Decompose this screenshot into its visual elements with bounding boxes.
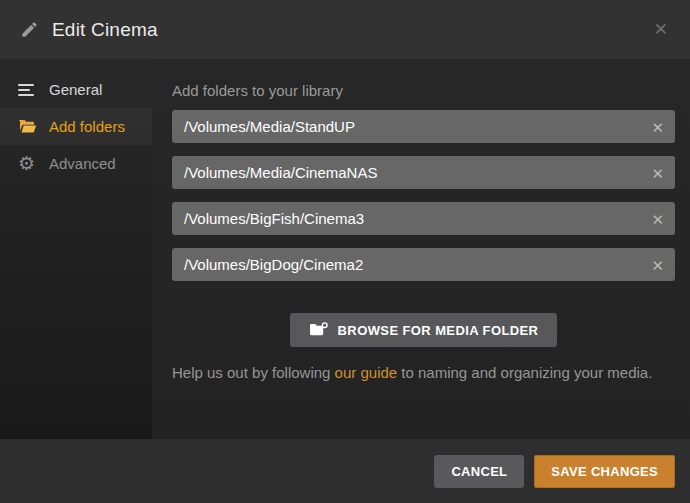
folder-path-input[interactable] — [172, 156, 675, 189]
sidebar-item-label: General — [49, 81, 102, 98]
browse-button-row: BROWSE FOR MEDIA FOLDER — [172, 313, 675, 347]
sidebar-item-general[interactable]: General — [0, 71, 152, 108]
folder-open-icon — [18, 119, 40, 134]
remove-folder-icon[interactable]: ✕ — [651, 165, 664, 180]
folder-row: ✕ — [172, 156, 675, 189]
section-label: Add folders to your library — [172, 82, 675, 99]
folder-path-input[interactable] — [172, 248, 675, 281]
remove-folder-icon[interactable]: ✕ — [651, 119, 664, 134]
sidebar-item-add-folders[interactable]: Add folders — [0, 108, 152, 145]
dialog-header: Edit Cinema ✕ — [0, 0, 690, 59]
folder-list: ✕ ✕ ✕ ✕ — [172, 110, 675, 281]
remove-folder-icon[interactable]: ✕ — [651, 211, 664, 226]
save-changes-button[interactable]: SAVE CHANGES — [534, 455, 675, 488]
our-guide-link[interactable]: our guide — [335, 364, 398, 381]
add-folders-panel: Add folders to your library ✕ ✕ — [152, 59, 690, 439]
dialog-title: Edit Cinema — [52, 19, 654, 41]
folder-row: ✕ — [172, 202, 675, 235]
folder-row: ✕ — [172, 248, 675, 281]
list-icon — [18, 84, 40, 96]
edit-library-dialog: Edit Cinema ✕ General Add folders — [0, 0, 690, 503]
dialog-footer: CANCEL SAVE CHANGES — [0, 439, 690, 503]
sidebar-item-label: Advanced — [49, 155, 116, 172]
folder-row: ✕ — [172, 110, 675, 143]
edit-pencil-icon — [20, 20, 39, 39]
dialog-body: General Add folders ⚙ Advanced Ad — [0, 59, 690, 439]
settings-sidebar: General Add folders ⚙ Advanced — [0, 59, 152, 439]
remove-folder-icon[interactable]: ✕ — [651, 257, 664, 272]
folder-plus-icon — [309, 322, 328, 338]
folder-path-input[interactable] — [172, 202, 675, 235]
folder-path-input[interactable] — [172, 110, 675, 143]
sidebar-item-advanced[interactable]: ⚙ Advanced — [0, 145, 152, 182]
help-text: Help us out by following our guide to na… — [172, 364, 675, 381]
gear-icon: ⚙ — [18, 154, 40, 173]
browse-button-label: BROWSE FOR MEDIA FOLDER — [338, 323, 539, 338]
sidebar-item-label: Add folders — [49, 118, 125, 135]
browse-for-media-folder-button[interactable]: BROWSE FOR MEDIA FOLDER — [290, 313, 558, 347]
close-icon[interactable]: ✕ — [654, 21, 668, 38]
cancel-button[interactable]: CANCEL — [434, 455, 524, 488]
